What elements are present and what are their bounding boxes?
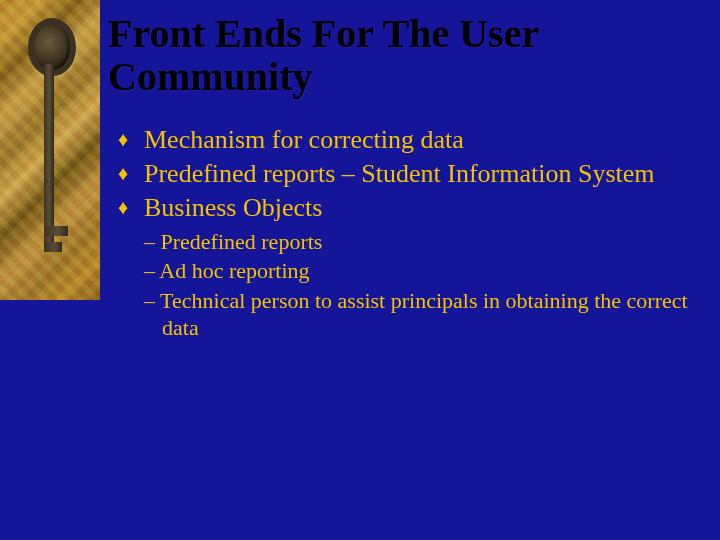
slide: Front Ends For The User Community Mechan…	[0, 0, 720, 540]
key-photo	[0, 0, 100, 300]
sidebar	[0, 0, 100, 540]
bullet-item: Predefined reports – Student Information…	[118, 158, 696, 190]
sub-bullet-text: Technical person to assist principals in…	[160, 288, 688, 341]
sub-bullet-text: Predefined reports	[161, 229, 323, 254]
bullet-text: Predefined reports – Student Information…	[144, 159, 655, 188]
sub-bullet-list: Predefined reports Ad hoc reporting Tech…	[108, 228, 696, 342]
sub-bullet-text: Ad hoc reporting	[159, 258, 309, 283]
sub-bullet-item: Technical person to assist principals in…	[144, 287, 696, 342]
bullet-item: Business Objects	[118, 192, 696, 224]
bullet-list: Mechanism for correcting data Predefined…	[108, 124, 696, 223]
bullet-text: Business Objects	[144, 193, 322, 222]
key-icon	[38, 18, 62, 278]
sub-bullet-item: Ad hoc reporting	[144, 257, 696, 285]
sub-bullet-item: Predefined reports	[144, 228, 696, 256]
slide-title: Front Ends For The User Community	[108, 12, 696, 98]
bullet-text: Mechanism for correcting data	[144, 125, 464, 154]
content-area: Front Ends For The User Community Mechan…	[100, 0, 720, 540]
bullet-item: Mechanism for correcting data	[118, 124, 696, 156]
